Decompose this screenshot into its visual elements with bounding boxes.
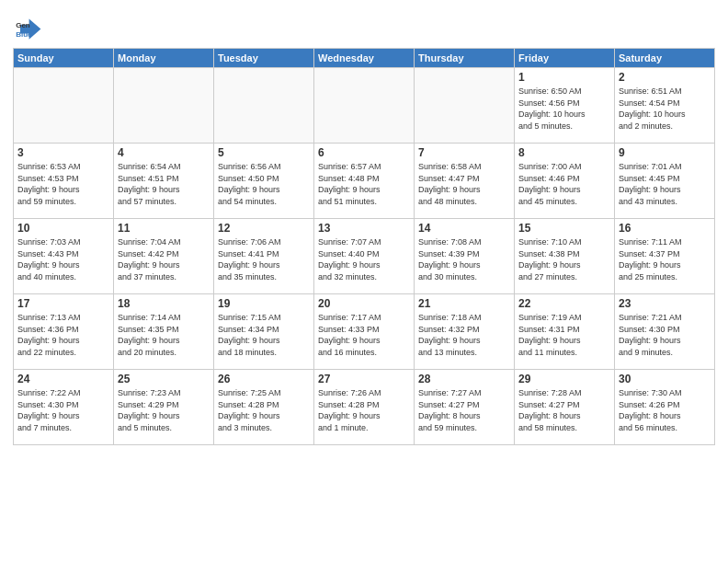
day-info: Sunrise: 6:58 AMSunset: 4:47 PMDaylight:… [418,161,510,207]
calendar-table: SundayMondayTuesdayWednesdayThursdayFrid… [13,48,715,445]
calendar-header-thursday: Thursday [415,49,515,68]
day-info: Sunrise: 7:28 AMSunset: 4:27 PMDaylight:… [518,387,610,433]
day-number: 9 [619,146,711,159]
day-number: 19 [218,297,310,310]
calendar-cell [415,68,515,144]
day-number: 28 [418,373,510,385]
day-info: Sunrise: 6:56 AMSunset: 4:50 PMDaylight:… [218,161,310,207]
calendar-cell [214,68,314,144]
calendar-week-5: 24Sunrise: 7:22 AMSunset: 4:30 PMDayligh… [14,370,715,445]
page-container: Gen Blue SundayMondayTuesdayWednesdayThu… [0,0,728,563]
calendar-cell: 17Sunrise: 7:13 AMSunset: 4:36 PMDayligh… [14,294,114,370]
day-number: 7 [418,146,510,159]
day-info: Sunrise: 7:07 AMSunset: 4:40 PMDaylight:… [318,236,410,282]
calendar-header-sunday: Sunday [14,49,114,68]
calendar-cell: 13Sunrise: 7:07 AMSunset: 4:40 PMDayligh… [314,219,415,294]
day-number: 21 [418,297,510,310]
day-number: 14 [418,222,510,235]
calendar-cell: 6Sunrise: 6:57 AMSunset: 4:48 PMDaylight… [314,144,415,219]
day-number: 22 [518,297,610,310]
logo: Gen Blue [13,13,46,42]
day-number: 24 [17,373,109,385]
calendar-cell: 11Sunrise: 7:04 AMSunset: 4:42 PMDayligh… [114,219,214,294]
calendar-cell: 26Sunrise: 7:25 AMSunset: 4:28 PMDayligh… [214,370,314,445]
calendar-cell: 23Sunrise: 7:21 AMSunset: 4:30 PMDayligh… [615,294,715,370]
calendar-cell: 19Sunrise: 7:15 AMSunset: 4:34 PMDayligh… [214,294,314,370]
calendar-cell: 30Sunrise: 7:30 AMSunset: 4:26 PMDayligh… [615,370,715,445]
calendar-header-wednesday: Wednesday [314,49,415,68]
day-info: Sunrise: 7:14 AMSunset: 4:35 PMDaylight:… [118,312,210,358]
svg-text:Blue: Blue [16,30,32,39]
day-info: Sunrise: 7:06 AMSunset: 4:41 PMDaylight:… [218,236,310,282]
day-info: Sunrise: 7:30 AMSunset: 4:26 PMDaylight:… [619,387,711,433]
day-number: 26 [218,373,310,385]
calendar-cell: 15Sunrise: 7:10 AMSunset: 4:38 PMDayligh… [515,219,615,294]
calendar-cell: 12Sunrise: 7:06 AMSunset: 4:41 PMDayligh… [214,219,314,294]
day-number: 10 [17,222,109,235]
calendar-header-saturday: Saturday [615,49,715,68]
svg-text:Gen: Gen [16,21,30,29]
day-number: 5 [218,146,310,159]
day-info: Sunrise: 7:17 AMSunset: 4:33 PMDaylight:… [318,312,410,358]
day-number: 13 [318,222,410,235]
calendar-cell: 29Sunrise: 7:28 AMSunset: 4:27 PMDayligh… [515,370,615,445]
day-number: 27 [318,373,410,385]
day-number: 12 [218,222,310,235]
calendar-cell [114,68,214,144]
calendar-cell: 28Sunrise: 7:27 AMSunset: 4:27 PMDayligh… [415,370,515,445]
calendar-cell: 24Sunrise: 7:22 AMSunset: 4:30 PMDayligh… [14,370,114,445]
calendar-cell: 10Sunrise: 7:03 AMSunset: 4:43 PMDayligh… [14,219,114,294]
day-number: 4 [118,146,210,159]
day-info: Sunrise: 7:22 AMSunset: 4:30 PMDaylight:… [17,387,109,433]
calendar-cell: 3Sunrise: 6:53 AMSunset: 4:53 PMDaylight… [14,144,114,219]
day-info: Sunrise: 7:21 AMSunset: 4:30 PMDaylight:… [619,312,711,358]
calendar-cell: 25Sunrise: 7:23 AMSunset: 4:29 PMDayligh… [114,370,214,445]
calendar-cell: 5Sunrise: 6:56 AMSunset: 4:50 PMDaylight… [214,144,314,219]
day-info: Sunrise: 6:57 AMSunset: 4:48 PMDaylight:… [318,161,410,207]
calendar-cell: 1Sunrise: 6:50 AMSunset: 4:56 PMDaylight… [515,68,615,144]
calendar-cell: 20Sunrise: 7:17 AMSunset: 4:33 PMDayligh… [314,294,415,370]
calendar-week-3: 10Sunrise: 7:03 AMSunset: 4:43 PMDayligh… [14,219,715,294]
day-info: Sunrise: 7:08 AMSunset: 4:39 PMDaylight:… [418,236,510,282]
day-number: 16 [619,222,711,235]
calendar-week-2: 3Sunrise: 6:53 AMSunset: 4:53 PMDaylight… [14,144,715,219]
logo-icon: Gen Blue [13,13,42,42]
day-info: Sunrise: 6:54 AMSunset: 4:51 PMDaylight:… [118,161,210,207]
day-number: 29 [518,373,610,385]
day-number: 30 [619,373,711,385]
day-info: Sunrise: 7:13 AMSunset: 4:36 PMDaylight:… [17,312,109,358]
day-number: 2 [619,71,711,84]
day-number: 8 [518,146,610,159]
day-number: 18 [118,297,210,310]
day-number: 1 [518,71,610,84]
day-number: 20 [318,297,410,310]
day-info: Sunrise: 7:01 AMSunset: 4:45 PMDaylight:… [619,161,711,207]
calendar-body: 1Sunrise: 6:50 AMSunset: 4:56 PMDaylight… [14,68,715,445]
calendar-week-1: 1Sunrise: 6:50 AMSunset: 4:56 PMDaylight… [14,68,715,144]
calendar-cell: 21Sunrise: 7:18 AMSunset: 4:32 PMDayligh… [415,294,515,370]
day-info: Sunrise: 7:03 AMSunset: 4:43 PMDaylight:… [17,236,109,282]
day-info: Sunrise: 7:00 AMSunset: 4:46 PMDaylight:… [518,161,610,207]
calendar-cell: 2Sunrise: 6:51 AMSunset: 4:54 PMDaylight… [615,68,715,144]
day-number: 17 [17,297,109,310]
day-info: Sunrise: 6:50 AMSunset: 4:56 PMDaylight:… [518,86,610,132]
day-number: 6 [318,146,410,159]
day-number: 3 [17,146,109,159]
day-info: Sunrise: 7:11 AMSunset: 4:37 PMDaylight:… [619,236,711,282]
calendar-header-tuesday: Tuesday [214,49,314,68]
day-info: Sunrise: 7:19 AMSunset: 4:31 PMDaylight:… [518,312,610,358]
day-info: Sunrise: 7:18 AMSunset: 4:32 PMDaylight:… [418,312,510,358]
day-number: 15 [518,222,610,235]
calendar-cell: 22Sunrise: 7:19 AMSunset: 4:31 PMDayligh… [515,294,615,370]
day-info: Sunrise: 6:53 AMSunset: 4:53 PMDaylight:… [17,161,109,207]
day-info: Sunrise: 7:26 AMSunset: 4:28 PMDaylight:… [318,387,410,433]
calendar-cell: 14Sunrise: 7:08 AMSunset: 4:39 PMDayligh… [415,219,515,294]
day-info: Sunrise: 7:27 AMSunset: 4:27 PMDaylight:… [418,387,510,433]
day-info: Sunrise: 6:51 AMSunset: 4:54 PMDaylight:… [619,86,711,132]
day-number: 23 [619,297,711,310]
day-info: Sunrise: 7:25 AMSunset: 4:28 PMDaylight:… [218,387,310,433]
calendar-cell: 4Sunrise: 6:54 AMSunset: 4:51 PMDaylight… [114,144,214,219]
calendar-cell: 8Sunrise: 7:00 AMSunset: 4:46 PMDaylight… [515,144,615,219]
calendar-cell: 18Sunrise: 7:14 AMSunset: 4:35 PMDayligh… [114,294,214,370]
day-info: Sunrise: 7:10 AMSunset: 4:38 PMDaylight:… [518,236,610,282]
